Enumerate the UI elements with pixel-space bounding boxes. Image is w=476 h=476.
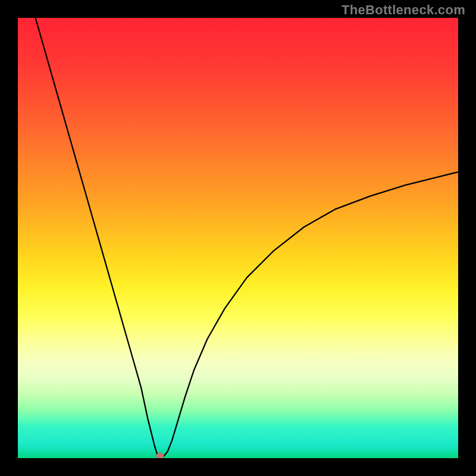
bottleneck-curve <box>18 18 458 458</box>
plot-area <box>18 18 458 458</box>
optimum-marker <box>156 453 164 458</box>
watermark-text: TheBottleneck.com <box>342 2 465 18</box>
chart-frame: TheBottleneck.com <box>0 0 476 476</box>
